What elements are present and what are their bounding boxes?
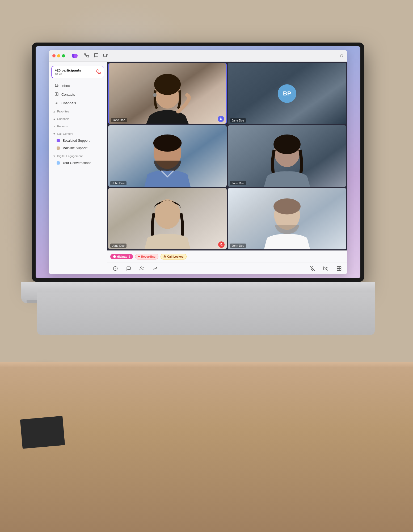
video-bg-5 (108, 188, 227, 249)
title-bar-icons (84, 53, 108, 59)
svg-rect-5 (55, 93, 58, 96)
video-icon[interactable] (103, 53, 108, 59)
name-tag-3: John Doe (110, 181, 127, 185)
cc-item-mainline-support[interactable]: Mainline Support (50, 145, 105, 152)
call-locked-badge[interactable]: Call Locked (161, 254, 187, 259)
svg-rect-41 (337, 269, 339, 270)
svg-rect-42 (339, 269, 341, 270)
recording-label: Recording (141, 255, 155, 258)
maximize-button[interactable] (62, 54, 65, 57)
end-call-icon[interactable] (96, 69, 101, 75)
inbox-icon (54, 83, 59, 88)
person-figure-4 (228, 125, 346, 187)
chat-icon[interactable] (94, 53, 99, 59)
bottom-toolbar (107, 262, 347, 274)
dialpad-badge: dialpad 9 (110, 254, 133, 259)
audio-badge-1 (218, 116, 224, 122)
call-banner-text: +20 participants 10:28 (55, 68, 81, 76)
svg-point-4 (340, 54, 343, 57)
sidebar: +20 participants 10:28 (49, 62, 107, 274)
person-figure-3 (108, 125, 227, 187)
digital-engagement-label: Digital Engagement (57, 154, 83, 158)
mic-muted-icon (218, 241, 225, 248)
section-favorites[interactable]: ▲ Favorites (49, 108, 107, 115)
chevron-icon-call-centers: ▼ (53, 132, 56, 135)
name-tag-6: John Doe (230, 244, 246, 248)
screen-content: +20 participants 10:28 (36, 46, 360, 278)
section-favorites-label: Favorites (57, 110, 69, 113)
call-timer: 10:28 (55, 73, 81, 76)
call-locked-label: Call Locked (167, 255, 184, 258)
close-button[interactable] (52, 54, 56, 57)
sidebar-item-channels[interactable]: # Channels (50, 99, 105, 107)
laptop: +20 participants 10:28 (32, 43, 377, 415)
video-cell-5[interactable]: Jane Doe (108, 188, 227, 249)
search-area[interactable] (340, 54, 344, 58)
section-digital-engagement[interactable]: ▼ Digital Engagement (49, 153, 107, 159)
status-bar: dialpad 9 Recording (107, 250, 347, 262)
section-recents-label: Recents (57, 125, 68, 128)
name-tag-4: Jane Doe (230, 181, 246, 185)
name-tag-5: Jane Doe (110, 244, 127, 248)
info-button[interactable] (111, 265, 119, 273)
svg-point-23 (273, 198, 301, 214)
contacts-icon (54, 92, 59, 97)
call-banner[interactable]: +20 participants 10:28 (51, 66, 104, 78)
dialpad-count: 9 (128, 255, 130, 258)
more-button[interactable] (335, 265, 343, 273)
escalated-support-label: Escalated Support (62, 139, 90, 143)
desk-notebook (20, 416, 65, 449)
mainline-support-label: Mainline Support (62, 146, 87, 150)
dialpad-badge-label: dialpad (117, 255, 128, 258)
video-cell-3[interactable]: John Doe (108, 125, 227, 187)
section-channels[interactable]: ▲ Channels (49, 116, 107, 122)
mute-button[interactable] (309, 265, 317, 273)
de-item-your-conversations[interactable]: Your Conversations (50, 160, 105, 166)
sidebar-item-contacts[interactable]: Contacts (50, 90, 105, 99)
video-cell-1[interactable]: Jane Doe (108, 63, 227, 124)
participants-label: +20 participants (55, 68, 81, 72)
chevron-icon-channels: ▲ (53, 118, 56, 120)
chat-button[interactable] (125, 265, 133, 273)
person-figure-6 (228, 188, 346, 249)
section-call-centers[interactable]: ▼ Call Centers (49, 131, 107, 137)
main-content: Jane Doe (107, 62, 347, 274)
participants-button[interactable] (138, 265, 146, 273)
window-controls (52, 54, 65, 57)
person-figure-1 (109, 63, 226, 124)
audio-active-icon (218, 116, 224, 122)
svg-point-30 (141, 267, 142, 268)
sidebar-item-inbox[interactable]: Inbox (50, 82, 105, 90)
your-conversations-label: Your Conversations (62, 161, 91, 165)
person-figure-5 (108, 188, 227, 249)
svg-rect-26 (164, 256, 166, 258)
video-grid: Jane Doe (107, 62, 347, 250)
inbox-label: Inbox (61, 84, 70, 88)
avatar-bp: BP (278, 84, 296, 103)
chevron-icon-de: ▼ (53, 155, 56, 158)
keyboard-area (37, 292, 375, 335)
video-off-button[interactable] (322, 265, 330, 273)
channels-icon: # (54, 101, 59, 105)
minimize-button[interactable] (57, 54, 60, 57)
cc-item-escalated-support[interactable]: Escalated Support (50, 137, 105, 144)
svg-point-12 (153, 135, 182, 152)
video-bg-3 (108, 125, 227, 187)
app-window: +20 participants 10:28 (49, 50, 347, 274)
video-cell-6[interactable]: John Doe (228, 188, 346, 249)
settings-button[interactable] (151, 265, 159, 273)
phone-icon[interactable] (84, 53, 89, 59)
svg-rect-39 (337, 266, 339, 268)
svg-point-15 (273, 135, 301, 154)
section-recents[interactable]: ▲ Recents (49, 123, 107, 129)
video-bg-4 (228, 125, 346, 187)
video-cell-2[interactable]: BP Jane Doe (228, 63, 346, 124)
section-channels-label: Channels (57, 117, 69, 120)
cc-dot-mainline (57, 146, 60, 150)
recording-badge[interactable]: Recording (135, 254, 158, 259)
video-bg-6 (228, 188, 346, 249)
main-layout: +20 participants 10:28 (49, 62, 347, 274)
laptop-screen-bezel: +20 participants 10:28 (32, 43, 364, 282)
svg-point-8 (154, 74, 181, 95)
video-cell-4[interactable]: Jane Doe (228, 125, 346, 187)
